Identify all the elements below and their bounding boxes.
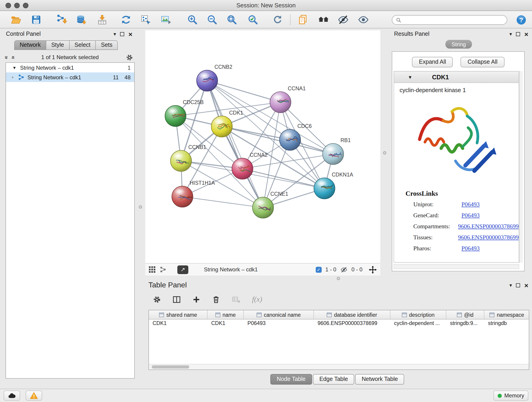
pan-move-icon[interactable] bbox=[369, 266, 377, 274]
tab-network-table[interactable]: Network Table bbox=[355, 374, 404, 385]
panel-float-icon[interactable] bbox=[516, 283, 520, 287]
expand-all-button[interactable]: Expand All bbox=[412, 57, 453, 67]
crosslink-link[interactable]: P06493 bbox=[462, 245, 480, 252]
network-node-RB1[interactable]: RB1 bbox=[323, 137, 351, 165]
export-image-button[interactable] bbox=[160, 14, 172, 26]
network-graph[interactable]: CCNB2CCNA1CDC25BCDK1CDC6RB1CCNB1CCNA2CDK… bbox=[145, 30, 380, 263]
collapse-all-button[interactable]: Collapse All bbox=[461, 57, 505, 67]
zoom-selected-button[interactable] bbox=[247, 14, 259, 26]
panel-menu-icon[interactable]: ▾ bbox=[509, 283, 512, 288]
tab-string[interactable]: String bbox=[445, 40, 472, 49]
collapse-all-networks-button[interactable]: » bbox=[4, 56, 10, 59]
protein-disclosure-icon[interactable]: ▼ bbox=[408, 75, 412, 80]
right-splitter-handle[interactable] bbox=[383, 151, 386, 154]
network-collection-row[interactable]: ▼ String Network – cdk1 1 bbox=[6, 63, 134, 72]
hidden-eye-slash-icon[interactable] bbox=[340, 266, 348, 273]
tab-style[interactable]: Style bbox=[46, 40, 70, 50]
delete-column-icon[interactable] bbox=[212, 295, 220, 304]
table-options-gear-icon[interactable] bbox=[152, 295, 161, 304]
results-vertical-scrollbar[interactable] bbox=[519, 71, 523, 263]
panel-menu-icon[interactable]: ▾ bbox=[114, 32, 116, 36]
hide-selected-button[interactable] bbox=[337, 14, 349, 26]
network-node-CDK1[interactable]: CDK1 bbox=[211, 110, 243, 137]
import-table-icon bbox=[97, 14, 108, 25]
network-row-selected[interactable]: ● String Network – cdk1 11 48 bbox=[6, 72, 134, 82]
add-column-icon[interactable] bbox=[192, 295, 201, 304]
annotations-button[interactable] bbox=[297, 14, 309, 26]
results-horizontal-scrollbar[interactable] bbox=[394, 264, 519, 269]
column-header-shared-name[interactable]: shared name bbox=[149, 310, 208, 319]
tab-edge-table[interactable]: Edge Table bbox=[313, 374, 355, 385]
network-node-CCNE1[interactable]: CCNE1 bbox=[253, 191, 288, 218]
selected-checkbox-icon[interactable]: ✓ bbox=[316, 267, 322, 273]
network-node-CDC6[interactable]: CDC6 bbox=[279, 123, 312, 150]
new-network-from-selection-button[interactable] bbox=[140, 14, 152, 26]
network-node-CCNB1[interactable]: CCNB1 bbox=[171, 144, 206, 172]
help-button[interactable]: ? bbox=[515, 14, 526, 25]
import-network-from-database-button[interactable] bbox=[75, 14, 87, 26]
open-session-button[interactable] bbox=[10, 14, 22, 26]
warnings-button[interactable] bbox=[26, 390, 42, 401]
network-node-CDKN1A[interactable]: CDKN1A bbox=[314, 172, 353, 199]
database-icon bbox=[76, 14, 87, 25]
column-header--id[interactable]: @id bbox=[446, 310, 484, 319]
bottom-splitter-handle[interactable] bbox=[337, 277, 340, 280]
crosslink-link[interactable]: P06493 bbox=[462, 212, 480, 219]
tab-select[interactable]: Select bbox=[70, 40, 96, 50]
network-merge-button[interactable] bbox=[120, 14, 132, 26]
zoom-fit-button[interactable] bbox=[226, 14, 238, 26]
apply-layout-button[interactable] bbox=[272, 14, 284, 26]
birds-eye-grid-icon[interactable] bbox=[149, 266, 155, 273]
collection-disclosure-icon[interactable]: ▼ bbox=[12, 65, 17, 70]
network-options-gear-icon[interactable] bbox=[126, 53, 133, 61]
open-in-string-button[interactable]: ↗ bbox=[177, 265, 188, 274]
panel-float-icon[interactable] bbox=[120, 32, 124, 36]
cloud-status-button[interactable] bbox=[4, 390, 20, 401]
tab-node-table[interactable]: Node Table bbox=[270, 374, 312, 385]
column-type-icon bbox=[159, 313, 164, 317]
protein-card-header[interactable]: ▼ CDK1 bbox=[394, 71, 519, 83]
crosslink-link[interactable]: 9606.ENSP00000378699 bbox=[458, 234, 519, 241]
node-label-CCNA2: CCNA2 bbox=[250, 152, 268, 158]
network-node-CCNB2[interactable]: CCNB2 bbox=[196, 64, 232, 91]
main-toolbar: ? bbox=[0, 11, 532, 28]
column-header-description[interactable]: description bbox=[390, 310, 446, 319]
search-input[interactable] bbox=[404, 17, 503, 23]
network-node-CCNA1[interactable]: CCNA1 bbox=[270, 85, 306, 113]
memory-button[interactable]: Memory bbox=[493, 390, 528, 401]
node-label-HIST1H1A: HIST1H1A bbox=[190, 180, 215, 186]
tab-network[interactable]: Network bbox=[14, 40, 46, 50]
zoom-out-button[interactable] bbox=[206, 14, 218, 26]
network-view-canvas[interactable]: CCNB2CCNA1CDC25BCDK1CDC6RB1CCNB1CCNA2CDK… bbox=[145, 30, 380, 263]
left-splitter-handle[interactable] bbox=[139, 205, 142, 209]
show-selected-button[interactable] bbox=[357, 14, 369, 26]
panel-close-icon[interactable]: × bbox=[524, 282, 528, 288]
merge-arrows-icon bbox=[120, 14, 132, 25]
table-row[interactable]: CDK1CDK1P064939606.ENSP00000378699cyclin… bbox=[149, 319, 529, 328]
column-header-name[interactable]: name bbox=[208, 310, 244, 319]
column-header-namespace[interactable]: namespace bbox=[484, 310, 529, 319]
scrollbar-thumb[interactable] bbox=[152, 365, 189, 369]
home-button[interactable] bbox=[317, 14, 329, 26]
panel-close-icon[interactable]: × bbox=[524, 31, 528, 37]
panel-menu-icon[interactable]: ▾ bbox=[509, 32, 512, 36]
import-network-from-file-button[interactable] bbox=[56, 14, 68, 26]
tab-sets[interactable]: Sets bbox=[96, 40, 118, 50]
crosslink-label: Tissues: bbox=[413, 234, 458, 241]
panel-close-icon[interactable]: × bbox=[128, 31, 133, 37]
crosslink-link[interactable]: 9606.ENSP00000378699 bbox=[458, 223, 519, 230]
show-columns-icon[interactable] bbox=[172, 295, 181, 304]
column-header-database-identifier[interactable]: database identifier bbox=[314, 310, 390, 319]
table-horizontal-scrollbar[interactable] bbox=[149, 364, 529, 370]
crosslink-link[interactable]: P06493 bbox=[462, 201, 480, 208]
column-header-canonical-name[interactable]: canonical name bbox=[244, 310, 314, 319]
string-style-icon[interactable] bbox=[160, 266, 166, 273]
network-node-HIST1H1A[interactable]: HIST1H1A bbox=[172, 180, 215, 207]
warning-icon bbox=[30, 392, 38, 399]
import-table-from-file-button[interactable] bbox=[96, 14, 108, 26]
expand-all-networks-button[interactable]: » bbox=[10, 56, 16, 59]
save-session-button[interactable] bbox=[30, 14, 42, 26]
panel-float-icon[interactable] bbox=[516, 32, 520, 36]
zoom-in-button[interactable] bbox=[186, 14, 198, 26]
network-label: String Network – cdk1 bbox=[27, 74, 81, 80]
